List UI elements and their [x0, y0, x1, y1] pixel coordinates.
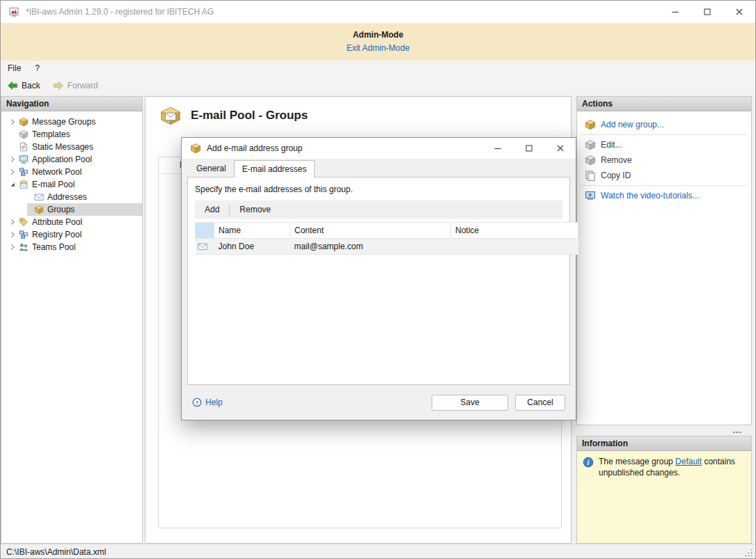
copy-icon — [585, 170, 596, 181]
save-button[interactable]: Save — [432, 395, 508, 411]
dialog-tabs: General E-mail addresses — [189, 160, 315, 178]
action-copy-id[interactable]: Copy ID — [577, 168, 751, 183]
information-message: The message group Default contains unpub… — [599, 457, 745, 537]
window-controls — [659, 1, 755, 23]
information-header: Information — [577, 436, 751, 451]
templates-icon — [19, 129, 29, 139]
dialog-icon — [190, 143, 201, 154]
status-bar: C:\IBI-aws\Admin\Data.xml — [1, 544, 755, 559]
page-title-row: E-mail Pool - Groups — [145, 97, 571, 125]
help-link[interactable]: Help — [192, 397, 223, 407]
chevron-right-icon[interactable] — [6, 167, 19, 177]
help-icon — [192, 397, 202, 407]
nav-item-templates[interactable]: Templates — [1, 128, 142, 141]
menu-help[interactable]: ? — [28, 61, 47, 76]
teams-pool-icon — [19, 242, 29, 252]
nav-item-static-messages[interactable]: Static Messages — [1, 141, 142, 153]
chevron-right-icon[interactable] — [6, 155, 19, 164]
action-edit[interactable]: Edit... — [577, 137, 751, 152]
dialog-close-button[interactable] — [544, 138, 576, 159]
nav-item-network-pool[interactable]: Network Pool — [1, 166, 142, 178]
admin-mode-title: Admin-Mode — [1, 23, 755, 40]
nav-item-email-pool[interactable]: E-mail Pool — [1, 178, 142, 191]
forward-arrow-icon — [53, 80, 64, 91]
maximize-button[interactable] — [691, 1, 723, 23]
envelope-icon — [198, 242, 207, 251]
chevron-right-icon[interactable] — [6, 117, 19, 127]
cell-notice — [451, 239, 578, 255]
navigation-toolbar: Back Forward — [1, 76, 755, 95]
email-address-row[interactable]: John Doe mail@sample.com — [196, 239, 578, 255]
exit-admin-mode-link[interactable]: Exit Admin-Mode — [347, 43, 410, 53]
add-button[interactable]: Add — [195, 205, 229, 214]
column-header-icon[interactable] — [196, 223, 214, 239]
dialog-title: Add e-mail address group — [207, 143, 302, 153]
nav-item-registry-pool[interactable]: Registry Pool — [1, 228, 142, 241]
remove-icon — [585, 155, 596, 166]
cancel-button[interactable]: Cancel — [515, 395, 565, 411]
dialog-footer: Help Save Cancel — [182, 385, 576, 420]
column-header-name[interactable]: Name — [214, 223, 290, 239]
back-button[interactable]: Back — [1, 77, 47, 94]
add-email-address-group-dialog: Add e-mail address group General E-mail … — [181, 137, 576, 420]
nav-item-application-pool[interactable]: Application Pool — [1, 153, 142, 166]
action-watch-video-tutorials[interactable]: Watch the video-tutorials... — [577, 188, 751, 203]
dialog-maximize-button[interactable] — [513, 138, 544, 159]
tab-general[interactable]: General — [189, 160, 234, 178]
navigation-header: Navigation — [1, 97, 142, 111]
navigation-panel: Navigation Message Groups Templates Stat… — [1, 96, 143, 544]
network-pool-icon — [19, 167, 29, 177]
data-file-path: C:\IBI-aws\Admin\Data.xml — [6, 547, 106, 557]
cell-name: John Doe — [214, 239, 290, 255]
nav-item-teams-pool[interactable]: Teams Pool — [1, 241, 142, 253]
nav-item-groups[interactable]: Groups — [27, 203, 142, 216]
navigation-tree: Message Groups Templates Static Messages… — [1, 111, 142, 253]
minimize-button[interactable] — [659, 1, 691, 23]
close-button[interactable] — [723, 1, 755, 23]
add-group-icon — [585, 119, 596, 130]
panel-splitter-grip[interactable]: ... — [576, 425, 752, 436]
nav-item-attribute-pool[interactable]: Attribute Pool — [1, 216, 142, 228]
chevron-right-icon[interactable] — [6, 242, 19, 252]
app-window: *IBI-aws Admin 1.29.0 - registered for I… — [0, 0, 756, 559]
information-body: The message group Default contains unpub… — [577, 451, 751, 543]
cell-content: mail@sample.com — [290, 239, 451, 255]
dialog-window-controls — [482, 138, 576, 159]
column-header-content[interactable]: Content — [290, 223, 451, 239]
default-group-link[interactable]: Default — [675, 457, 702, 466]
video-tutorials-icon — [585, 190, 596, 201]
action-add-new-group[interactable]: Add new group... — [577, 117, 751, 132]
separator — [581, 185, 748, 186]
menu-bar: File ? — [1, 61, 755, 76]
dialog-minimize-button[interactable] — [482, 138, 513, 159]
app-icon — [8, 6, 19, 17]
menu-file[interactable]: File — [1, 61, 28, 76]
chevron-right-icon[interactable] — [6, 217, 19, 227]
nav-item-addresses[interactable]: Addresses — [27, 191, 142, 203]
resize-grip-icon[interactable] — [743, 548, 753, 558]
actions-panel: Actions Add new group... Edit... Remove … — [576, 96, 752, 425]
nav-item-message-groups[interactable]: Message Groups — [1, 116, 142, 128]
remove-button[interactable]: Remove — [230, 205, 281, 214]
information-panel: Information The message group Default co… — [576, 436, 752, 544]
chevron-down-icon[interactable] — [6, 180, 19, 189]
dialog-titlebar: Add e-mail address group — [182, 138, 576, 159]
email-pool-icon — [19, 180, 29, 189]
group-box-icon — [34, 205, 44, 214]
envelope-icon — [34, 192, 44, 202]
row-icon-cell — [196, 239, 214, 255]
chevron-right-icon[interactable] — [6, 230, 19, 239]
action-remove[interactable]: Remove — [577, 152, 751, 168]
email-pool-groups-icon — [159, 105, 182, 125]
addresses-toolbar: Add Remove — [195, 200, 562, 219]
edit-icon — [585, 139, 596, 150]
tab-email-addresses[interactable]: E-mail addresses — [234, 160, 315, 178]
actions-header: Actions — [577, 97, 751, 111]
email-addresses-table: Name Content Notice John Doe mail@sample… — [195, 222, 578, 255]
static-messages-icon — [19, 142, 29, 152]
tab-description: Specify the e-mail addresses of this gro… — [195, 184, 562, 194]
column-header-notice[interactable]: Notice — [451, 223, 578, 239]
page-title: E-mail Pool - Groups — [191, 109, 308, 123]
separator — [581, 134, 748, 135]
forward-button[interactable]: Forward — [47, 77, 104, 94]
